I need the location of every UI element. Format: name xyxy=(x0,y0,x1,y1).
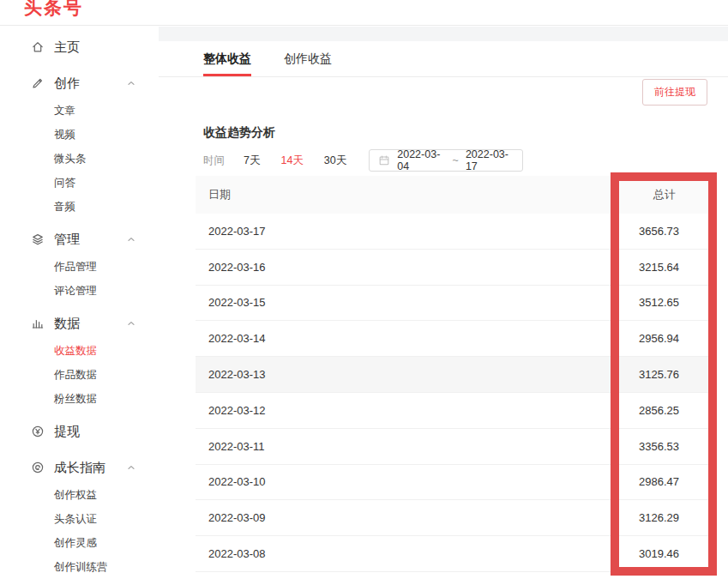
sidebar-item-qa[interactable]: 问答 xyxy=(0,171,159,195)
sidebar-item-works-data[interactable]: 作品数据 xyxy=(0,363,159,387)
table-row: 2022-03-133125.76 xyxy=(196,357,712,393)
main-content: 整体收益创作收益 前往提现 收益趋势分析 时间 7天14天30天 2022-03… xyxy=(159,27,728,579)
date-cell: 2022-03-13 xyxy=(196,368,639,381)
growth-icon xyxy=(31,461,45,474)
total-cell: 3019.46 xyxy=(639,547,712,560)
table-row: 2022-03-153512.65 xyxy=(196,286,712,322)
sidebar-item-creation[interactable]: 创作 xyxy=(0,68,159,99)
sidebar-item-label: 管理 xyxy=(54,232,126,248)
total-cell: 3126.29 xyxy=(639,511,712,524)
time-range-14d[interactable]: 14天 xyxy=(280,154,303,168)
tab-bar: 整体收益创作收益 xyxy=(159,41,728,77)
sidebar-item-growth-guide[interactable]: 成长指南 xyxy=(0,452,159,483)
table-row: 2022-03-163215.64 xyxy=(196,250,712,286)
date-range-picker[interactable]: 2022-03-04 ~ 2022-03-17 xyxy=(369,149,523,172)
table-row: 2022-03-173656.73 xyxy=(196,214,712,250)
time-filter-label: 时间 xyxy=(203,154,225,168)
topbar: 头条号 xyxy=(0,0,728,26)
table-row: 2022-03-083019.46 xyxy=(196,536,712,572)
sidebar-item-video[interactable]: 视频 xyxy=(0,123,159,147)
sidebar-item-manage[interactable]: 管理 xyxy=(0,224,159,255)
pencil-icon xyxy=(31,76,45,90)
date-cell: 2022-03-11 xyxy=(196,440,639,453)
time-range-options: 7天14天30天 xyxy=(244,154,346,168)
content-card: 整体收益创作收益 前往提现 收益趋势分析 时间 7天14天30天 2022-03… xyxy=(159,41,728,579)
sidebar-item-revenue-data[interactable]: 收益数据 xyxy=(0,339,159,363)
chevron-up-icon[interactable] xyxy=(126,78,136,88)
sidebar-item-comment-manage[interactable]: 评论管理 xyxy=(0,279,159,303)
toutiao-logo: 头条号 xyxy=(24,0,83,20)
table-body: 2022-03-173656.732022-03-163215.642022-0… xyxy=(196,214,712,572)
sidebar-item-creation-inspiration[interactable]: 创作灵感 xyxy=(0,531,159,555)
total-cell: 3215.64 xyxy=(639,261,712,274)
revenue-table: 日期 总计 2022-03-173656.732022-03-163215.64… xyxy=(196,176,712,572)
table-row: 2022-03-113356.53 xyxy=(196,429,712,465)
sidebar-item-works-manage[interactable]: 作品管理 xyxy=(0,255,159,279)
bar-chart-icon xyxy=(31,317,45,330)
table-row: 2022-03-102986.47 xyxy=(196,465,712,501)
date-cell: 2022-03-16 xyxy=(196,261,639,274)
section-title: 收益趋势分析 xyxy=(203,126,728,138)
table-row: 2022-03-122856.25 xyxy=(196,393,712,429)
withdraw-button[interactable]: 前往提现 xyxy=(642,79,707,106)
date-cell: 2022-03-09 xyxy=(196,511,639,524)
date-cell: 2022-03-12 xyxy=(196,404,639,417)
sidebar-item-label: 提现 xyxy=(54,424,136,440)
sidebar-item-label: 创作 xyxy=(54,75,126,92)
date-start-value: 2022-03-04 xyxy=(397,148,445,172)
chevron-up-icon[interactable] xyxy=(126,462,136,473)
sidebar-item-home[interactable]: 主页 xyxy=(0,32,159,63)
date-cell: 2022-03-08 xyxy=(196,547,639,560)
sidebar-item-creation-rights[interactable]: 创作权益 xyxy=(0,483,159,507)
total-cell: 3656.73 xyxy=(639,225,712,238)
sidebar-item-creation-camp[interactable]: 创作训练营 xyxy=(0,555,159,579)
sidebar-item-article[interactable]: 文章 xyxy=(0,99,159,123)
total-cell: 2986.47 xyxy=(639,475,712,488)
total-cell: 3125.76 xyxy=(639,368,712,381)
withdraw-icon xyxy=(31,425,45,438)
date-cell: 2022-03-10 xyxy=(196,475,639,488)
total-cell: 2956.94 xyxy=(639,332,712,345)
time-range-30d[interactable]: 30天 xyxy=(324,154,346,168)
chevron-up-icon[interactable] xyxy=(126,234,136,244)
total-cell: 2856.25 xyxy=(639,404,712,417)
column-header-date: 日期 xyxy=(196,187,653,202)
table-row: 2022-03-093126.29 xyxy=(196,500,712,536)
table-header-row: 日期 总计 xyxy=(196,176,712,214)
filter-row: 时间 7天14天30天 2022-03-04 ~ 2022-03-17 xyxy=(203,149,728,172)
date-separator: ~ xyxy=(453,154,459,166)
tab-overall-revenue[interactable]: 整体收益 xyxy=(203,41,251,76)
sidebar-item-label: 数据 xyxy=(54,316,126,332)
table-row: 2022-03-142956.94 xyxy=(196,321,712,357)
chevron-up-icon[interactable] xyxy=(126,318,136,329)
sidebar-nav: 主页创作文章视频微头条问答音频管理作品管理评论管理数据收益数据作品数据粉丝数据提… xyxy=(0,27,159,579)
time-range-7d[interactable]: 7天 xyxy=(244,154,260,168)
sidebar-item-weitoutiao[interactable]: 微头条 xyxy=(0,147,159,171)
sidebar-item-label: 主页 xyxy=(54,39,136,56)
date-end-value: 2022-03-17 xyxy=(466,148,514,172)
sidebar-item-withdraw[interactable]: 提现 xyxy=(0,416,159,447)
date-cell: 2022-03-14 xyxy=(196,332,639,345)
total-cell: 3512.65 xyxy=(639,296,712,309)
sidebar-item-toutiao-verification[interactable]: 头条认证 xyxy=(0,507,159,531)
total-cell: 3356.53 xyxy=(639,440,712,453)
home-icon xyxy=(31,40,45,54)
date-cell: 2022-03-17 xyxy=(196,225,639,238)
sidebar-item-label: 成长指南 xyxy=(54,460,126,476)
date-cell: 2022-03-15 xyxy=(196,296,639,309)
sidebar-item-data[interactable]: 数据 xyxy=(0,308,159,339)
tab-creation-revenue[interactable]: 创作收益 xyxy=(284,41,332,76)
calendar-icon xyxy=(378,154,390,166)
column-header-total: 总计 xyxy=(653,187,712,202)
sidebar-item-fans-data[interactable]: 粉丝数据 xyxy=(0,387,159,411)
sidebar-item-audio[interactable]: 音频 xyxy=(0,195,159,219)
layers-icon xyxy=(31,232,45,246)
